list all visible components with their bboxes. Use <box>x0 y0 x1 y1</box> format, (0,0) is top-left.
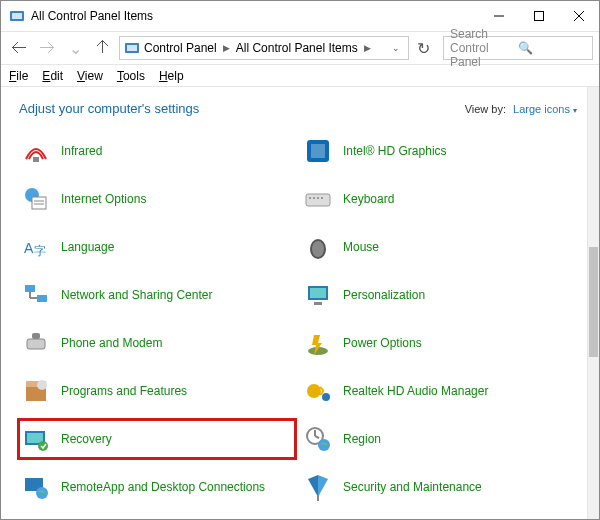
menu-tools[interactable]: Tools <box>117 69 145 83</box>
item-realtek-audio[interactable]: Realtek HD Audio Manager <box>301 372 577 410</box>
item-sound[interactable]: Sound <box>19 516 295 519</box>
recent-locations-button[interactable]: ⌄ <box>63 36 87 60</box>
recovery-icon <box>21 424 51 454</box>
language-icon: A字 <box>21 232 51 262</box>
item-language[interactable]: A字 Language <box>19 228 295 266</box>
programs-features-icon <box>21 376 51 406</box>
svg-point-41 <box>38 441 48 451</box>
realtek-audio-icon <box>303 376 333 406</box>
power-options-icon <box>303 328 333 358</box>
control-panel-icon <box>124 40 140 56</box>
up-button[interactable]: 🡡 <box>91 36 115 60</box>
item-speech-recognition[interactable]: Speech Recognition <box>301 516 577 519</box>
menu-file[interactable]: File <box>9 69 28 83</box>
svg-rect-17 <box>313 197 315 199</box>
item-programs-features[interactable]: Programs and Features <box>19 372 295 410</box>
item-mouse[interactable]: Mouse <box>301 228 577 266</box>
item-personalization[interactable]: Personalization <box>301 276 577 314</box>
breadcrumb: Control Panel ▶ All Control Panel Items … <box>144 41 388 55</box>
internet-options-icon <box>21 184 51 214</box>
chevron-down-icon: ▾ <box>573 106 577 115</box>
window-title: All Control Panel Items <box>31 9 479 23</box>
search-placeholder: Search Control Panel <box>450 27 518 69</box>
item-phone-modem[interactable]: Phone and Modem <box>19 324 295 362</box>
keyboard-icon <box>303 184 333 214</box>
item-remoteapp-desktop[interactable]: RemoteApp and Desktop Connections <box>19 468 295 506</box>
chevron-right-icon[interactable]: ▶ <box>223 43 230 53</box>
address-bar[interactable]: Control Panel ▶ All Control Panel Items … <box>119 36 409 60</box>
svg-point-47 <box>36 487 48 499</box>
network-sharing-icon <box>21 280 51 310</box>
svg-rect-7 <box>127 45 137 51</box>
svg-rect-18 <box>317 197 319 199</box>
address-history-button[interactable]: ⌄ <box>392 43 400 53</box>
control-panel-grid: Infrared Intel® HD Graphics Internet Opt… <box>19 132 577 519</box>
menu-view[interactable]: View <box>77 69 103 83</box>
navigation-bar: 🡠 🡢 ⌄ 🡡 Control Panel ▶ All Control Pane… <box>1 31 599 65</box>
mouse-icon <box>303 232 333 262</box>
view-by-dropdown[interactable]: Large icons ▾ <box>513 103 577 115</box>
item-intel-hd-graphics[interactable]: Intel® HD Graphics <box>301 132 577 170</box>
forward-button[interactable]: 🡢 <box>35 36 59 60</box>
svg-rect-10 <box>311 144 325 158</box>
item-recovery[interactable]: Recovery <box>19 420 295 458</box>
refresh-button[interactable]: ↻ <box>413 39 433 58</box>
svg-rect-40 <box>27 433 43 443</box>
search-input[interactable]: Search Control Panel 🔍 <box>443 36 593 60</box>
security-maintenance-icon <box>303 472 333 502</box>
back-button[interactable]: 🡠 <box>7 36 31 60</box>
svg-rect-19 <box>321 197 323 199</box>
search-icon: 🔍 <box>518 41 586 55</box>
svg-rect-12 <box>32 197 46 209</box>
close-button[interactable] <box>559 1 599 31</box>
view-by-control: View by: Large icons ▾ <box>465 103 577 115</box>
region-icon <box>303 424 333 454</box>
remoteapp-icon <box>21 472 51 502</box>
svg-point-45 <box>318 439 330 451</box>
item-security-maintenance[interactable]: Security and Maintenance <box>301 468 577 506</box>
svg-line-5 <box>574 11 584 21</box>
item-infrared[interactable]: Infrared <box>19 132 295 170</box>
svg-rect-1 <box>12 13 22 19</box>
item-network-sharing[interactable]: Network and Sharing Center <box>19 276 295 314</box>
svg-rect-31 <box>27 339 45 349</box>
svg-rect-15 <box>306 194 330 206</box>
menu-help[interactable]: Help <box>159 69 184 83</box>
svg-point-38 <box>322 393 330 401</box>
svg-rect-32 <box>32 333 40 339</box>
menu-edit[interactable]: Edit <box>42 69 63 83</box>
svg-rect-3 <box>535 12 544 21</box>
breadcrumb-root[interactable]: Control Panel <box>144 41 217 55</box>
svg-rect-30 <box>314 302 322 305</box>
svg-line-44 <box>315 436 319 438</box>
svg-point-23 <box>312 241 324 257</box>
svg-point-36 <box>37 380 47 390</box>
intel-graphics-icon <box>303 136 333 166</box>
infrared-icon <box>21 136 51 166</box>
maximize-button[interactable] <box>519 1 559 31</box>
chevron-right-icon[interactable]: ▶ <box>364 43 371 53</box>
svg-rect-8 <box>33 157 39 162</box>
scrollbar-thumb[interactable] <box>589 247 598 357</box>
item-power-options[interactable]: Power Options <box>301 324 577 362</box>
view-by-label: View by: <box>465 103 506 115</box>
page-heading: Adjust your computer's settings <box>19 101 465 116</box>
phone-modem-icon <box>21 328 51 358</box>
app-icon <box>9 8 25 24</box>
item-region[interactable]: Region <box>301 420 577 458</box>
vertical-scrollbar[interactable] <box>587 87 599 519</box>
svg-rect-16 <box>309 197 311 199</box>
personalization-icon <box>303 280 333 310</box>
svg-text:A: A <box>24 240 34 256</box>
svg-rect-25 <box>37 295 47 302</box>
svg-line-4 <box>574 11 584 21</box>
item-keyboard[interactable]: Keyboard <box>301 180 577 218</box>
svg-point-37 <box>307 384 321 398</box>
svg-rect-24 <box>25 285 35 292</box>
breadcrumb-current[interactable]: All Control Panel Items <box>236 41 358 55</box>
item-internet-options[interactable]: Internet Options <box>19 180 295 218</box>
svg-text:字: 字 <box>34 244 46 258</box>
svg-rect-29 <box>310 288 326 298</box>
